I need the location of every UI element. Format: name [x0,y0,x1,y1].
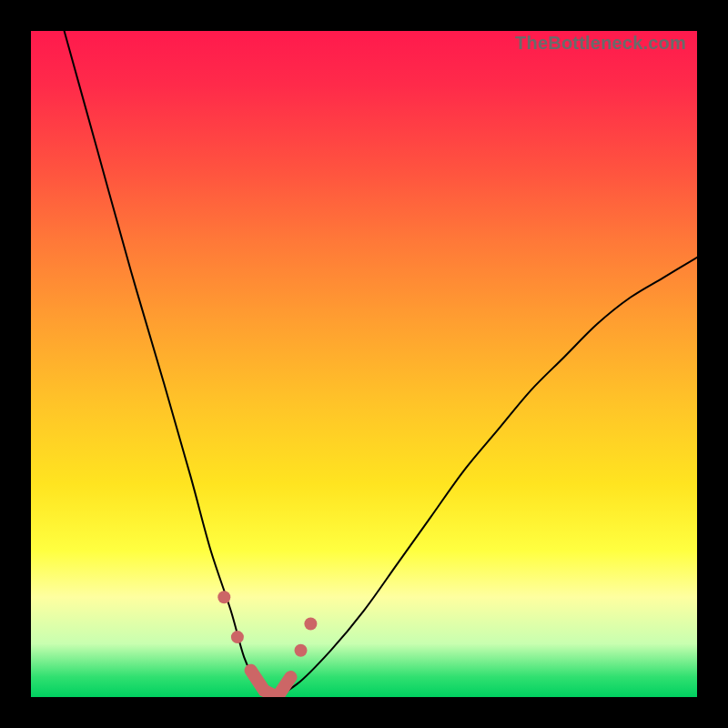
marker-dot [295,644,308,657]
plot-area: TheBottleneck.com [31,31,697,697]
marker-dot [304,618,317,631]
marker-dot [231,631,244,643]
chart-frame: TheBottleneck.com [0,0,728,728]
highlighted-points [217,591,317,697]
chart-svg [31,31,697,697]
bottleneck-curve [65,31,697,697]
marker-dot [217,591,230,603]
marker-pill [251,671,291,697]
